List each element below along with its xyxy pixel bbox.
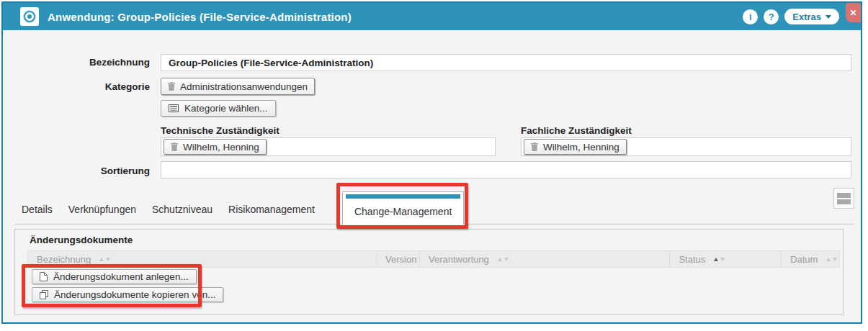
sort-ascending-icon[interactable]	[826, 258, 831, 261]
column-label: Version	[385, 254, 416, 265]
bullseye-icon	[24, 11, 35, 22]
technische-zustaendigkeit-field[interactable]: Wilhelm, Henning	[161, 137, 496, 156]
table-header-row: BezeichnungVersionVerantwortungStatusDat…	[27, 250, 840, 268]
sort-icons	[826, 258, 837, 261]
tab-details[interactable]: Details	[22, 204, 53, 225]
fachliche-person-tag[interactable]: Wilhelm, Henning	[524, 139, 627, 155]
column-header-status[interactable]: Status	[670, 251, 782, 267]
panel-title: Änderungsdokumente	[30, 235, 133, 245]
create-change-document-button[interactable]: Änderungsdokument anlegen...	[32, 269, 197, 284]
bezeichnung-input[interactable]	[161, 54, 851, 71]
sortierung-label: Sortierung	[3, 166, 150, 176]
technische-zustaendigkeit-label: Technische Zuständigkeit	[161, 125, 279, 136]
new-document-icon	[40, 272, 48, 281]
close-button[interactable]: ✕	[846, 3, 861, 22]
tab-label: Verknüpfungen	[68, 204, 136, 215]
app-window: Anwendung: Group-Policies (File-Service-…	[1, 1, 862, 324]
sort-descending-icon[interactable]	[106, 258, 110, 261]
copy-change-documents-button[interactable]: Änderungsdokumente kopieren von...	[32, 287, 223, 302]
active-tab-accent-bar	[346, 194, 460, 199]
kategorie-waehlen-button[interactable]: Kategorie wählen...	[161, 100, 276, 117]
header-actions: i ? Extras	[743, 9, 854, 24]
page: Anwendung: Group-Policies (File-Service-…	[0, 0, 868, 331]
sort-ascending-icon[interactable]	[714, 258, 718, 261]
kategorie-label: Kategorie	[3, 81, 150, 92]
sort-descending-icon[interactable]	[504, 258, 509, 261]
sort-descending-icon[interactable]	[833, 258, 837, 261]
fachliche-zustaendigkeit-label: Fachliche Zuständigkeit	[521, 125, 632, 136]
sortierung-input[interactable]	[161, 161, 851, 178]
window-title: Anwendung: Group-Policies (File-Service-…	[48, 11, 352, 23]
action-button-label: Änderungsdokument anlegen...	[53, 271, 189, 282]
tab-change-management[interactable]: Change-Management	[342, 191, 464, 225]
collapse-panel-button[interactable]	[833, 188, 854, 209]
column-label: Datum	[790, 254, 818, 265]
list-icon	[169, 104, 179, 112]
tab-strip: DetailsVerknüpfungenSchutzniveauRisikoma…	[22, 191, 464, 225]
tab-verknuepfungen[interactable]: Verknüpfungen	[68, 204, 136, 225]
action-button-label: Änderungsdokumente kopieren von...	[54, 289, 215, 300]
close-icon: ✕	[849, 8, 856, 18]
technische-person-tag[interactable]: Wilhelm, Henning	[164, 139, 267, 155]
extras-label: Extras	[792, 12, 821, 22]
extras-button[interactable]: Extras	[784, 9, 839, 24]
column-header-bezeichnung[interactable]: Bezeichnung	[28, 251, 377, 267]
column-label: Status	[679, 254, 705, 265]
technische-person-label: Wilhelm, Henning	[183, 142, 259, 153]
column-label: Bezeichnung	[37, 254, 91, 265]
help-button[interactable]: ?	[764, 9, 779, 24]
tab-label: Schutzniveau	[152, 204, 212, 215]
tab-risikomanagement[interactable]: Risikomanagement	[228, 204, 315, 225]
info-button[interactable]: i	[743, 9, 758, 24]
column-header-verantwortung[interactable]: Verantwortung	[420, 251, 670, 267]
chevron-down-icon	[826, 15, 831, 19]
bars-icon	[837, 199, 851, 204]
trash-icon[interactable]	[531, 142, 538, 151]
column-label: Verantwortung	[429, 254, 489, 265]
column-header-datum[interactable]: Datum	[782, 251, 839, 267]
sort-icons	[99, 258, 110, 261]
sort-ascending-icon[interactable]	[498, 258, 502, 261]
sort-ascending-icon[interactable]	[99, 258, 104, 261]
kategorie-tag[interactable]: Administrationsanwendungen	[161, 78, 315, 95]
fachliche-zustaendigkeit-field[interactable]: Wilhelm, Henning	[521, 137, 851, 156]
trash-icon[interactable]	[171, 142, 178, 151]
panel-buttons: Änderungsdokument anlegen...Änderungsdok…	[32, 269, 223, 302]
copy-icon	[40, 290, 48, 299]
sort-descending-icon[interactable]	[720, 258, 725, 261]
application-icon	[20, 7, 39, 26]
tab-label: Details	[22, 204, 53, 215]
kategorie-tag-label: Administrationsanwendungen	[180, 81, 308, 92]
sort-icons	[714, 258, 725, 261]
kategorie-waehlen-label: Kategorie wählen...	[184, 103, 268, 114]
column-header-version[interactable]: Version	[377, 251, 420, 267]
trash-icon[interactable]	[168, 82, 175, 91]
tab-label: Change-Management	[354, 206, 452, 217]
aenderungsdokumente-panel: Änderungsdokumente BezeichnungVersionVer…	[14, 229, 844, 315]
bezeichnung-label: Bezeichnung	[3, 57, 150, 68]
window-header: Anwendung: Group-Policies (File-Service-…	[3, 3, 861, 30]
tab-label: Risikomanagement	[228, 204, 315, 215]
sort-icons	[498, 258, 509, 261]
fachliche-person-label: Wilhelm, Henning	[543, 142, 619, 153]
tab-schutzniveau[interactable]: Schutzniveau	[152, 204, 212, 225]
bars-icon	[837, 193, 851, 198]
